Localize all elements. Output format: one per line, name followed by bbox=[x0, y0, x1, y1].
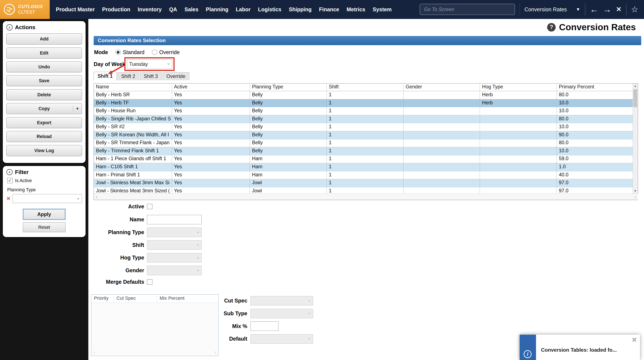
table-row[interactable]: Belly - SR Trimmed Flank - JapanYesBelly… bbox=[94, 139, 633, 147]
cell-shift: 1 bbox=[327, 163, 404, 171]
forward-button[interactable]: → bbox=[603, 5, 611, 14]
is-active-checkbox[interactable]: ✓ bbox=[7, 178, 12, 183]
rates-table: NameActivePlanning TypeShiftGenderHog Ty… bbox=[94, 83, 638, 200]
menu-item-sales[interactable]: Sales bbox=[181, 0, 202, 19]
day-of-week-value: Tuesday bbox=[129, 61, 148, 67]
table-row[interactable]: Belly - Herb TFYesBelly1Herb10.0 bbox=[94, 99, 633, 107]
cell-planning-type: Belly bbox=[250, 115, 327, 123]
column-header-hog-type[interactable]: Hog Type bbox=[480, 83, 557, 91]
cut-spec-horizontal-scrollbar[interactable]: ‹ › bbox=[91, 350, 218, 356]
scroll-left-icon[interactable]: ‹ bbox=[96, 194, 98, 200]
info-icon: i bbox=[524, 350, 532, 358]
column-header-gender[interactable]: Gender bbox=[404, 83, 480, 91]
menu-item-product-master[interactable]: Product Master bbox=[52, 0, 98, 19]
close-screen-button[interactable]: ✕ bbox=[616, 6, 622, 13]
active-checkbox[interactable] bbox=[147, 204, 152, 209]
planning-type-select[interactable]: ⌄ bbox=[147, 227, 202, 237]
menu-item-labor[interactable]: Labor bbox=[232, 0, 254, 19]
menu-item-logistics[interactable]: Logistics bbox=[254, 0, 285, 19]
cell-name: Ham - 1 Piece Glands off Shift 1 bbox=[94, 155, 172, 163]
clear-filter-icon[interactable]: ✕ bbox=[6, 196, 10, 201]
tab-shift-3[interactable]: Shift 3 bbox=[140, 72, 162, 81]
screen-selector[interactable]: Conversion Rates ▼ bbox=[524, 6, 580, 12]
scroll-right-icon[interactable]: › bbox=[215, 350, 216, 355]
collapse-filter-icon[interactable]: ∧ bbox=[6, 169, 12, 175]
menu-item-planning[interactable]: Planning bbox=[202, 0, 232, 19]
column-header-name[interactable]: Name bbox=[94, 83, 172, 91]
cell-primary-percent: 59.0 bbox=[557, 155, 633, 163]
mix-percent-input[interactable] bbox=[250, 322, 278, 331]
menu-item-system[interactable]: System bbox=[369, 0, 396, 19]
hog-type-select[interactable]: ⌄ bbox=[147, 253, 202, 262]
mode-radio-standard[interactable]: Standard bbox=[116, 49, 144, 55]
column-header-active[interactable]: Active bbox=[172, 83, 250, 91]
go-to-screen-input[interactable] bbox=[420, 4, 515, 15]
favorite-star-icon[interactable]: ☆ bbox=[631, 5, 638, 14]
menu-item-qa[interactable]: QA bbox=[165, 0, 181, 19]
name-input[interactable] bbox=[147, 215, 202, 224]
copy-button[interactable]: Copy▼ bbox=[6, 103, 82, 114]
day-of-week-select[interactable]: Tuesday ⌄ bbox=[127, 59, 172, 69]
planning-type-filter-select[interactable]: ⌄ bbox=[12, 194, 82, 203]
scroll-left-icon[interactable]: ‹ bbox=[94, 350, 95, 355]
horizontal-scrollbar[interactable]: ‹ › bbox=[94, 193, 638, 200]
tab-override[interactable]: Override bbox=[162, 72, 189, 81]
table-row[interactable]: Belly - Herb SRYesBelly1Herb80.0 bbox=[94, 91, 633, 99]
menu-item-shipping[interactable]: Shipping bbox=[285, 0, 316, 19]
table-row[interactable]: Jowl - Skinless Meat 3mm Max SiYesJowl19… bbox=[94, 179, 633, 187]
cell-active: Yes bbox=[172, 131, 250, 139]
table-row[interactable]: Belly - SR #2YesBelly110.0 bbox=[94, 123, 633, 131]
undo-button[interactable]: Undo bbox=[6, 61, 82, 72]
scrollbar-thumb[interactable] bbox=[633, 89, 637, 107]
cut-spec-column-header-cut-spec[interactable]: Cut Spec bbox=[114, 295, 157, 303]
gender-select[interactable]: ⌄ bbox=[147, 266, 202, 275]
tab-shift-2[interactable]: Shift 2 bbox=[117, 72, 139, 81]
cell-name: Jowl - Skinless Meat 3mm Sized ( bbox=[94, 187, 172, 193]
export-button[interactable]: Export bbox=[6, 117, 82, 128]
table-row[interactable]: Belly - Trimmed Flank Shift 1YesBelly110… bbox=[94, 147, 633, 155]
apply-button[interactable]: Apply bbox=[23, 209, 66, 220]
cell-active: Yes bbox=[172, 171, 250, 179]
table-row[interactable]: Ham - 1 Piece Glands off Shift 1YesHam15… bbox=[94, 155, 633, 163]
table-row[interactable]: Ham - C105 Shift 1YesHam11.0 bbox=[94, 163, 633, 171]
toast-close-icon[interactable]: ✕ bbox=[632, 336, 637, 344]
scroll-down-icon[interactable]: ▼ bbox=[633, 189, 638, 192]
menu-item-inventory[interactable]: Inventory bbox=[134, 0, 165, 19]
cut-spec-select[interactable]: ⌄ bbox=[250, 296, 313, 306]
vertical-scrollbar[interactable]: ▲ ▼ bbox=[633, 83, 638, 193]
scroll-right-icon[interactable]: › bbox=[634, 194, 636, 200]
menu-item-metrics[interactable]: Metrics bbox=[343, 0, 369, 19]
collapse-actions-icon[interactable]: ∧ bbox=[6, 24, 12, 30]
edit-button[interactable]: Edit bbox=[6, 47, 82, 59]
sub-type-select[interactable]: ⌄ bbox=[250, 309, 313, 318]
tab-shift-1[interactable]: Shift 1 bbox=[94, 72, 116, 80]
table-row[interactable]: Belly - SR Korean (No Width, All IYesBel… bbox=[94, 131, 633, 139]
toast-message: Conversion Tables: loaded fo... bbox=[541, 347, 617, 353]
table-row[interactable]: Belly - House RunYesBelly110.0 bbox=[94, 107, 633, 115]
cell-shift: 1 bbox=[327, 155, 404, 163]
cut-spec-column-header-priority[interactable]: Priority bbox=[91, 295, 114, 303]
screen-selector-value: Conversion Rates bbox=[524, 6, 567, 12]
merge-defaults-checkbox[interactable] bbox=[147, 279, 152, 285]
view-log-button[interactable]: View Log bbox=[6, 145, 82, 156]
delete-button[interactable]: Delete bbox=[6, 89, 82, 100]
topbar-divider bbox=[585, 3, 585, 15]
add-button[interactable]: Add bbox=[6, 33, 82, 44]
default-select[interactable]: ⌄ bbox=[250, 334, 313, 344]
mode-radio-override[interactable]: Override bbox=[152, 49, 180, 55]
table-row[interactable]: Belly - Single Rib -Japan Chilled SYesBe… bbox=[94, 115, 633, 123]
scroll-up-icon[interactable]: ▲ bbox=[633, 84, 638, 88]
back-button[interactable]: ← bbox=[590, 5, 598, 14]
table-row[interactable]: Jowl - Skinless Meat 3mm Sized (YesJowl1… bbox=[94, 187, 633, 193]
column-header-planning-type[interactable]: Planning Type bbox=[250, 83, 327, 91]
reload-button[interactable]: Reload bbox=[6, 131, 82, 142]
column-header-shift[interactable]: Shift bbox=[327, 83, 404, 91]
save-button[interactable]: Save bbox=[6, 75, 82, 86]
table-row[interactable]: Ham - Primal Shift 1YesHam140.0 bbox=[94, 171, 633, 179]
shift-select[interactable]: ⌄ bbox=[147, 240, 202, 250]
column-header-primary-percent[interactable]: Primary Percent bbox=[557, 83, 633, 91]
help-icon[interactable]: ? bbox=[547, 23, 556, 31]
menu-item-finance[interactable]: Finance bbox=[316, 0, 343, 19]
reset-button[interactable]: Reset bbox=[23, 222, 66, 232]
menu-item-production[interactable]: Production bbox=[98, 0, 134, 19]
